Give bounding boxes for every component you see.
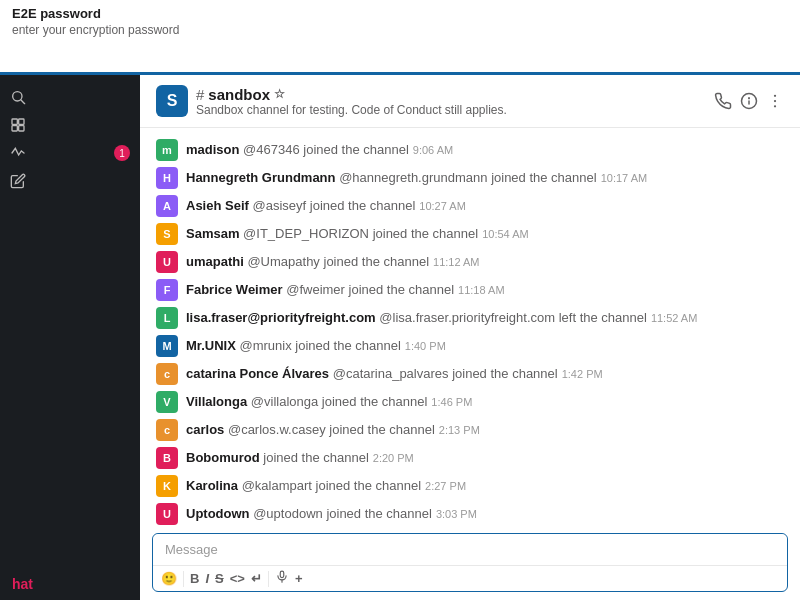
e2e-subtitle: enter your encryption password xyxy=(12,23,788,37)
svg-point-9 xyxy=(774,95,776,97)
message-avatar: c xyxy=(156,363,178,385)
message-row: VVillalonga @villalonga joined the chann… xyxy=(156,388,784,416)
sidebar-home[interactable] xyxy=(0,111,140,139)
message-row: BBobomurod joined the channel2:20 PM xyxy=(156,444,784,472)
channel-hash: # xyxy=(196,86,204,103)
message-avatar: H xyxy=(156,167,178,189)
message-text: Karolina @kalampart joined the channel2:… xyxy=(186,477,784,495)
svg-point-10 xyxy=(774,100,776,102)
main-layout: 1 hat S # sandbox ☆ Sandbox channel for … xyxy=(0,75,800,600)
message-text: Fabrice Weimer @fweimer joined the chann… xyxy=(186,281,784,299)
message-row: AAsieh Seif @asiseyf joined the channel1… xyxy=(156,192,784,220)
channel-name: # sandbox ☆ xyxy=(196,86,706,103)
top-bar: E2E password enter your encryption passw… xyxy=(0,0,800,75)
channel-avatar: S xyxy=(156,85,188,117)
message-row: Llisa.fraser@priorityfreight.com @lisa.f… xyxy=(156,304,784,332)
svg-rect-2 xyxy=(12,119,17,124)
sidebar-compose[interactable] xyxy=(0,167,140,195)
message-avatar: K xyxy=(156,475,178,497)
message-avatar: F xyxy=(156,279,178,301)
svg-rect-4 xyxy=(12,126,17,131)
message-input-area: 🙂 B I S <> ↵ + xyxy=(152,533,788,592)
message-text: Asieh Seif @asiseyf joined the channel10… xyxy=(186,197,784,215)
channel-name-text: sandbox xyxy=(208,86,270,103)
message-avatar: A xyxy=(156,195,178,217)
menu-icon[interactable] xyxy=(766,92,784,110)
message-text: madison @467346 joined the channel9:06 A… xyxy=(186,141,784,159)
enter-button[interactable]: ↵ xyxy=(251,571,262,586)
message-text: Bobomurod joined the channel2:20 PM xyxy=(186,449,784,467)
message-row: FFabrice Weimer @fweimer joined the chan… xyxy=(156,276,784,304)
code-button[interactable]: <> xyxy=(230,571,245,586)
message-row: KKarolina @kalampart joined the channel2… xyxy=(156,472,784,500)
message-row: UUptodown @uptodown joined the channel3:… xyxy=(156,500,784,525)
strike-button[interactable]: S xyxy=(215,571,224,586)
mic-button[interactable] xyxy=(275,570,289,587)
header-actions xyxy=(714,92,784,110)
sidebar-activity[interactable]: 1 xyxy=(0,139,140,167)
home-icon xyxy=(10,117,26,133)
message-row: mmadison @467346 joined the channel9:06 … xyxy=(156,136,784,164)
message-row: SSamsam @IT_DEP_HORIZON joined the chann… xyxy=(156,220,784,248)
activity-icon xyxy=(10,145,26,161)
toolbar-divider-1 xyxy=(183,571,184,587)
message-text: carlos @carlos.w.casey joined the channe… xyxy=(186,421,784,439)
svg-point-11 xyxy=(774,105,776,107)
notification-badge: 1 xyxy=(114,145,130,161)
compose-icon xyxy=(10,173,26,189)
e2e-title: E2E password xyxy=(12,6,788,21)
message-avatar: B xyxy=(156,447,178,469)
toolbar-divider-2 xyxy=(268,571,269,587)
search-icon xyxy=(10,89,26,105)
message-text: Mr.UNIX @mrunix joined the channel1:40 P… xyxy=(186,337,784,355)
plus-button[interactable]: + xyxy=(295,571,303,586)
message-avatar: U xyxy=(156,251,178,273)
message-avatar: M xyxy=(156,335,178,357)
message-text: Hannegreth Grundmann @hannegreth.grundma… xyxy=(186,169,784,187)
channel-description: Sandbox channel for testing. Code of Con… xyxy=(196,103,706,117)
bold-button[interactable]: B xyxy=(190,571,199,586)
message-avatar: S xyxy=(156,223,178,245)
message-avatar: L xyxy=(156,307,178,329)
message-avatar: U xyxy=(156,503,178,525)
message-row: ccarlos @carlos.w.casey joined the chann… xyxy=(156,416,784,444)
message-input[interactable] xyxy=(153,534,787,565)
messages-list: mmadison @467346 joined the channel9:06 … xyxy=(140,128,800,525)
message-avatar: c xyxy=(156,419,178,441)
sidebar-search[interactable] xyxy=(0,83,140,111)
emoji-button[interactable]: 🙂 xyxy=(161,571,177,586)
svg-line-1 xyxy=(21,100,25,104)
phone-icon[interactable] xyxy=(714,92,732,110)
channel-star[interactable]: ☆ xyxy=(274,87,285,101)
italic-button[interactable]: I xyxy=(205,571,209,586)
sidebar: 1 hat xyxy=(0,75,140,600)
chat-area: S # sandbox ☆ Sandbox channel for testin… xyxy=(140,75,800,600)
message-row: Uumapathi @Umapathy joined the channel11… xyxy=(156,248,784,276)
svg-rect-12 xyxy=(280,571,284,577)
message-text: Villalonga @villalonga joined the channe… xyxy=(186,393,784,411)
message-row: HHannegreth Grundmann @hannegreth.grundm… xyxy=(156,164,784,192)
message-avatar: m xyxy=(156,139,178,161)
input-toolbar: 🙂 B I S <> ↵ + xyxy=(153,565,787,591)
message-row: ccatarina Ponce Álvares @catarina_palvar… xyxy=(156,360,784,388)
sidebar-bottom-label: hat xyxy=(0,568,140,600)
message-avatar: V xyxy=(156,391,178,413)
chat-header: S # sandbox ☆ Sandbox channel for testin… xyxy=(140,75,800,128)
svg-rect-5 xyxy=(19,126,24,131)
message-text: Uptodown @uptodown joined the channel3:0… xyxy=(186,505,784,523)
message-text: Samsam @IT_DEP_HORIZON joined the channe… xyxy=(186,225,784,243)
message-text: lisa.fraser@priorityfreight.com @lisa.fr… xyxy=(186,309,784,327)
message-text: catarina Ponce Álvares @catarina_palvare… xyxy=(186,365,784,383)
info-icon[interactable] xyxy=(740,92,758,110)
channel-title-area: # sandbox ☆ Sandbox channel for testing.… xyxy=(196,86,706,117)
message-row: MMr.UNIX @mrunix joined the channel1:40 … xyxy=(156,332,784,360)
svg-rect-3 xyxy=(19,119,24,124)
message-text: umapathi @Umapathy joined the channel11:… xyxy=(186,253,784,271)
